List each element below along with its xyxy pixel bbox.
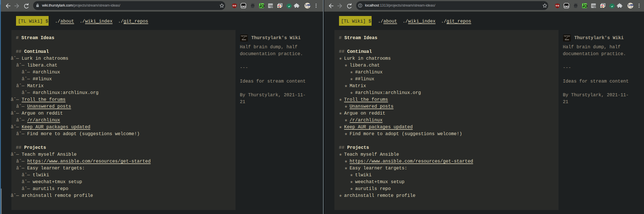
- svg-text:CSS: CSS: [592, 5, 597, 7]
- svg-text:CSS: CSS: [269, 5, 274, 7]
